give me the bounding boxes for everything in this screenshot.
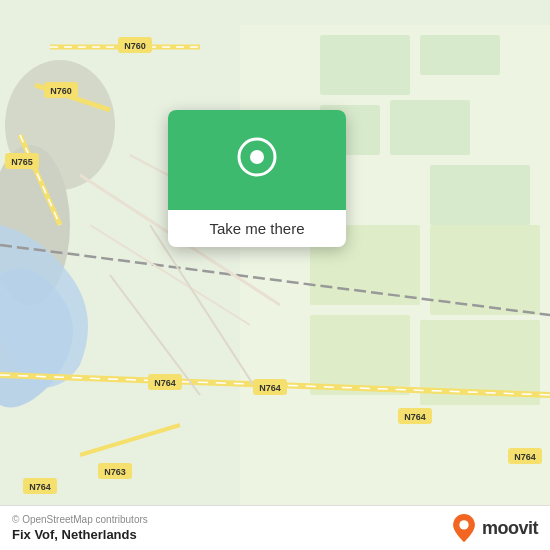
svg-text:N763: N763 <box>104 467 126 477</box>
moovit-text: moovit <box>482 518 538 539</box>
bottom-bar: © OpenStreetMap contributors Fix Vof, Ne… <box>0 505 550 550</box>
location-pin-icon <box>232 135 282 185</box>
svg-text:N764: N764 <box>514 452 536 462</box>
svg-rect-5 <box>390 100 470 155</box>
moovit-pin-icon <box>450 514 478 542</box>
svg-text:N764: N764 <box>259 383 281 393</box>
svg-text:N764: N764 <box>404 412 426 422</box>
svg-text:N764: N764 <box>154 378 176 388</box>
svg-text:N765: N765 <box>11 157 33 167</box>
svg-rect-6 <box>430 165 530 225</box>
popup-header <box>168 110 346 210</box>
svg-point-46 <box>250 150 264 164</box>
bottom-bar-info: © OpenStreetMap contributors Fix Vof, Ne… <box>12 514 148 542</box>
take-me-there-button[interactable]: Take me there <box>168 210 346 247</box>
svg-rect-9 <box>310 315 410 395</box>
svg-text:N760: N760 <box>50 86 72 96</box>
copyright-text: © OpenStreetMap contributors <box>12 514 148 525</box>
moovit-logo[interactable]: moovit <box>450 514 538 542</box>
map-container: N760 N760 N765 N764 N764 N764 N764 N764 … <box>0 0 550 550</box>
svg-rect-2 <box>320 35 410 95</box>
svg-point-47 <box>459 520 468 529</box>
map-svg: N760 N760 N765 N764 N764 N764 N764 N764 … <box>0 0 550 550</box>
location-title: Fix Vof, Netherlands <box>12 527 148 542</box>
popup-card: Take me there <box>168 110 346 247</box>
svg-text:N764: N764 <box>29 482 51 492</box>
svg-rect-3 <box>420 35 500 75</box>
svg-text:N760: N760 <box>124 41 146 51</box>
